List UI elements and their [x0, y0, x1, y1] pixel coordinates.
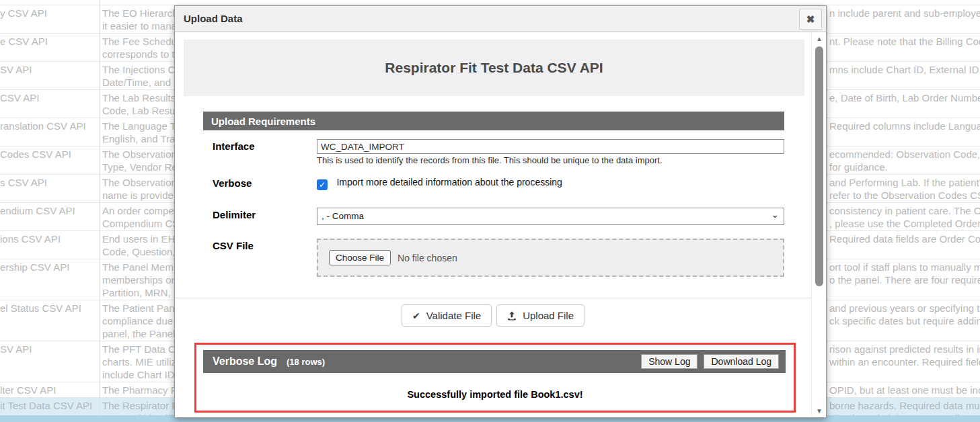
- verbose-checkbox[interactable]: ✓: [317, 179, 328, 190]
- api-description-cell: The Language TEnglish, and Tra: [102, 120, 174, 145]
- action-buttons-row: ✔ Validate File Upload File: [175, 304, 811, 327]
- api-description-cell: The Panel Membmemberships onPartition, M…: [102, 261, 174, 299]
- verbose-label: Verbose: [213, 176, 317, 190]
- api-name-cell: el Status CSV API: [0, 302, 98, 314]
- api-name-cell: CSV API: [0, 91, 98, 104]
- api-details-cell: rison against predicted results in inwit…: [829, 343, 980, 368]
- csv-file-label: CSV File: [213, 239, 317, 277]
- api-description-cell: The Patient Pancompliance duepanel, the …: [102, 302, 174, 340]
- api-details-cell: nt. Please note that the Billing Cod: [829, 35, 980, 48]
- file-drop-zone[interactable]: Choose File No file chosen: [317, 239, 784, 277]
- api-name-cell: ranslation CSV API: [0, 120, 98, 132]
- import-success-message: Successfully imported file Book1.csv!: [196, 389, 794, 400]
- upload-icon: [507, 311, 517, 321]
- api-details-cell: and previous years or specifying thck sp…: [829, 302, 980, 327]
- api-details-cell: Required data fields are Order Code: [829, 233, 980, 245]
- api-details-cell: ort tool if staff plans to manually mao …: [829, 261, 980, 286]
- verbose-log-header: Verbose Log (18 rows) Show Log Download …: [203, 350, 786, 373]
- delimiter-selected-value: , - Comma: [322, 211, 364, 221]
- download-log-button[interactable]: Download Log: [704, 354, 779, 369]
- upload-requirements-header: Upload Requirements: [203, 112, 784, 130]
- interface-row: Interface This is used to identify the r…: [175, 139, 811, 165]
- api-description-cell: End users in EHCode, Question,: [102, 233, 174, 258]
- modal-titlebar: Upload Data ✖: [175, 6, 826, 32]
- api-details-cell: mns include Chart ID, External ID, T: [829, 63, 980, 76]
- api-name-cell: e CSV API: [0, 35, 98, 48]
- delimiter-label: Delimiter: [213, 208, 317, 225]
- api-description-cell: An order compeCompendium CS: [102, 204, 174, 230]
- api-description-cell: The Injections CDate/Time, and: [102, 63, 174, 89]
- verbose-row: Verbose ✓ Import more detailed informati…: [175, 176, 811, 190]
- modal-content: Respirator Fit Test Data CSV API Upload …: [175, 32, 811, 417]
- show-log-button[interactable]: Show Log: [641, 354, 698, 369]
- api-details-cell: and Performing Lab. If the patient'srefe…: [829, 176, 980, 202]
- api-description-cell: The EO Hierarchit easier to mana: [102, 7, 174, 32]
- no-file-chosen-text: No file chosen: [398, 253, 457, 263]
- api-name-cell: SV API: [0, 343, 98, 355]
- api-details-cell: n include parent and sub-employer: [829, 7, 980, 19]
- api-name-cell: lter CSV API: [0, 384, 98, 396]
- interface-label: Interface: [213, 139, 317, 165]
- checkbox-check-icon: ✓: [319, 180, 326, 189]
- verbose-log-title: Verbose Log: [213, 355, 277, 368]
- heading-panel: Respirator Fit Test Data CSV API: [184, 40, 804, 96]
- close-icon: ✖: [806, 13, 815, 26]
- upload-file-button[interactable]: Upload File: [496, 304, 585, 327]
- api-name-cell: ership CSV API: [0, 261, 98, 273]
- interface-input[interactable]: [317, 139, 784, 154]
- close-button[interactable]: ✖: [799, 9, 822, 30]
- api-description-cell: The PFT Data Ccharts. MIE utilizinclude …: [102, 343, 174, 381]
- api-description-cell: The Pharmacy F: [102, 384, 174, 396]
- api-name-cell: it Test Data CSV API: [0, 399, 98, 412]
- section-title: Upload Requirements: [211, 116, 315, 127]
- upload-file-label: Upload File: [523, 310, 574, 321]
- upload-data-modal: Upload Data ✖ Respirator Fit Test Data C…: [174, 5, 827, 418]
- api-details-cell: consistency in patient care. The Or, ple…: [829, 204, 980, 230]
- api-name-cell: y CSV API: [0, 7, 98, 19]
- api-details-cell: OPID, but at least one must be inclu: [829, 384, 980, 396]
- choose-file-button[interactable]: Choose File: [329, 250, 391, 265]
- page-title: Respirator Fit Test Data CSV API: [385, 60, 603, 76]
- api-name-cell: Codes CSV API: [0, 148, 98, 161]
- delimiter-row: Delimiter , - Comma ⌄: [175, 208, 811, 225]
- table-partial-row: [0, 0, 980, 5]
- api-description-cell: The ObservationType, Vendor Re: [102, 148, 174, 173]
- csv-file-row: CSV File Choose File No file chosen: [175, 239, 811, 277]
- modal-title: Upload Data: [184, 13, 243, 24]
- interface-help-text: This is used to identify the records fro…: [317, 155, 784, 165]
- validate-file-label: Validate File: [426, 310, 481, 321]
- modal-scrollbar[interactable]: ▲ ▼: [811, 32, 826, 417]
- scrollbar-thumb[interactable]: [815, 46, 823, 286]
- api-details-cell: Required columns include Language: [829, 120, 980, 132]
- table-column-divider: [99, 0, 100, 415]
- api-details-cell: ecommended: Observation Code, Cfor guida…: [829, 148, 980, 173]
- verbose-description: Import more detailed information about t…: [336, 177, 562, 187]
- check-icon: ✔: [412, 310, 420, 321]
- api-description-cell: The Fee Scheducorresponds to t: [102, 35, 174, 60]
- api-name-cell: endium CSV API: [0, 204, 98, 217]
- api-name-cell: s CSV API: [0, 176, 98, 189]
- validate-file-button[interactable]: ✔ Validate File: [402, 304, 492, 327]
- log-row-count: (18 rows): [287, 357, 325, 367]
- scroll-down-icon[interactable]: ▼: [812, 407, 827, 415]
- scroll-up-icon[interactable]: ▲: [812, 35, 827, 42]
- section-divider: [175, 298, 811, 298]
- chevron-down-icon: ⌄: [771, 206, 779, 222]
- api-description-cell: The Lab ResultsCode, Lab Resu: [102, 91, 174, 117]
- api-name-cell: SV API: [0, 63, 98, 76]
- modal-body: Respirator Fit Test Data CSV API Upload …: [175, 32, 826, 417]
- delimiter-select[interactable]: , - Comma ⌄: [317, 208, 784, 225]
- api-description-cell: The Observationname is provided: [102, 176, 174, 202]
- api-name-cell: ions CSV API: [0, 233, 98, 245]
- api-details-cell: e, Date of Birth, Lab Order Number,: [829, 91, 980, 104]
- verbose-log-highlight-box: Verbose Log (18 rows) Show Log Download …: [194, 343, 796, 413]
